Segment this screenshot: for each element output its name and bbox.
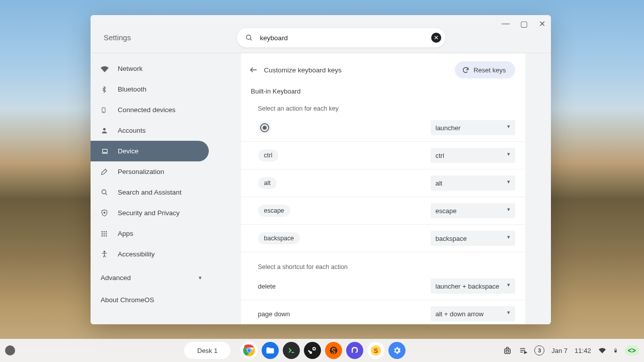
reset-keys-label: Reset keys (473, 66, 506, 74)
svg-point-27 (313, 348, 315, 349)
key-action-dropdown[interactable]: alt (431, 175, 515, 191)
shortcut-label: delete (258, 283, 276, 290)
phone-icon (101, 106, 110, 114)
sidebar-advanced[interactable]: Advanced ▾ (91, 266, 215, 289)
desk-label: Desk 1 (197, 347, 217, 354)
dev-mode-pill[interactable]: <> (625, 345, 639, 355)
key-row-escape: escape escape (241, 197, 525, 225)
key-row-launcher: launcher (241, 114, 525, 142)
sidebar-item-device[interactable]: Device (91, 141, 209, 161)
svg-point-19 (104, 251, 105, 252)
search-icon (101, 189, 110, 196)
search-input[interactable] (259, 34, 431, 42)
shield-icon (101, 209, 110, 217)
key-row-backspace: backspace backspace (241, 225, 525, 252)
shortcut-dropdown[interactable]: launcher + backspace (431, 279, 515, 294)
sidebar-item-label: Connected devices (118, 106, 176, 114)
app-steam[interactable] (304, 342, 321, 359)
bluetooth-icon (101, 85, 110, 94)
key-action-dropdown[interactable]: ctrl (431, 148, 515, 163)
window-controls: — ▢ ✕ (501, 19, 547, 29)
svg-rect-31 (505, 348, 510, 353)
svg-rect-32 (506, 350, 509, 352)
titlebar: — ▢ ✕ Settings ✕ (91, 15, 551, 53)
svg-rect-17 (104, 235, 105, 236)
svg-rect-13 (102, 233, 103, 234)
svg-line-8 (106, 194, 107, 195)
desk-button[interactable]: Desk 1 (184, 342, 230, 359)
svg-rect-18 (106, 235, 107, 236)
sidebar: Network Bluetooth Connected devices Acco… (91, 53, 215, 324)
app-mastodon[interactable] (346, 342, 363, 359)
svg-rect-15 (106, 233, 107, 234)
playlist-icon[interactable] (519, 346, 527, 355)
svg-rect-12 (106, 231, 107, 232)
date: Jan 7 (551, 347, 568, 354)
key-row-ctrl: ctrl ctrl (241, 142, 525, 169)
sidebar-item-network[interactable]: Network (91, 58, 209, 79)
svg-point-4 (103, 128, 106, 131)
launcher-button[interactable] (5, 345, 15, 355)
sidebar-item-connected-devices[interactable]: Connected devices (91, 100, 209, 120)
app-icon-orange[interactable] (325, 342, 342, 359)
sidebar-item-security-privacy[interactable]: Security and Privacy (91, 203, 209, 223)
app-title: Settings (97, 33, 137, 42)
svg-marker-36 (525, 351, 527, 353)
sidebar-item-personalization[interactable]: Personalization (91, 161, 209, 182)
app-terminal[interactable] (283, 342, 300, 359)
svg-rect-5 (103, 149, 107, 152)
sidebar-about-chromeos[interactable]: About ChromeOS (91, 289, 215, 311)
time: 11:42 (575, 347, 591, 354)
hint-shortcut: Select a shortcut for each action (241, 252, 525, 273)
close-button[interactable]: ✕ (537, 19, 547, 29)
shortcut-dropdown[interactable]: alt + down arrow (431, 306, 515, 321)
svg-point-24 (248, 349, 251, 352)
clear-search-icon[interactable]: ✕ (431, 33, 441, 43)
svg-point-7 (102, 190, 106, 194)
hint-action: Select an action for each key (241, 100, 525, 114)
app-files[interactable] (262, 342, 279, 359)
svg-text:S: S (374, 347, 378, 354)
sidebar-item-label: Accounts (118, 127, 146, 134)
svg-point-0 (246, 35, 251, 40)
key-action-dropdown[interactable]: backspace (431, 231, 515, 246)
sidebar-item-search-assistant[interactable]: Search and Assistant (91, 182, 209, 203)
search-icon (245, 34, 253, 42)
wifi-tray-icon[interactable] (598, 347, 606, 354)
app-chrome[interactable] (240, 342, 258, 359)
reset-keys-button[interactable]: Reset keys (455, 61, 515, 78)
svg-rect-10 (102, 231, 103, 232)
sidebar-item-accounts[interactable]: Accounts (91, 120, 209, 141)
accessibility-icon (101, 250, 110, 258)
apps-grid-icon (101, 230, 110, 237)
shortcut-row-page-down: page down alt + down arrow (241, 300, 525, 324)
key-chip: escape (258, 205, 290, 217)
minimize-button[interactable]: — (501, 19, 511, 29)
key-action-dropdown[interactable]: escape (431, 203, 515, 218)
shelf: Desk 1 S 3 (0, 339, 644, 362)
system-tray[interactable]: 3 Jan 7 11:42 <> (503, 345, 639, 355)
key-action-dropdown[interactable]: launcher (431, 120, 515, 135)
sidebar-item-apps[interactable]: Apps (91, 223, 209, 244)
back-button[interactable] (249, 65, 264, 74)
search-field[interactable]: ✕ (236, 28, 446, 48)
app-icon-s[interactable]: S (367, 342, 384, 359)
svg-rect-14 (104, 233, 105, 234)
sidebar-item-label: Accessibility (118, 250, 155, 258)
sidebar-item-label: Network (118, 65, 143, 72)
sidebar-item-bluetooth[interactable]: Bluetooth (91, 79, 209, 100)
battery-tray-icon[interactable] (613, 346, 618, 354)
brush-icon (101, 168, 110, 175)
svg-point-9 (104, 212, 105, 214)
maximize-button[interactable]: ▢ (519, 19, 529, 29)
notification-badge[interactable]: 3 (534, 345, 544, 355)
sidebar-item-label: Search and Assistant (118, 189, 182, 196)
tote-icon[interactable] (503, 346, 512, 355)
svg-rect-11 (104, 231, 105, 232)
sidebar-item-accessibility[interactable]: Accessibility (91, 244, 209, 264)
sidebar-item-label: Apps (118, 230, 133, 237)
app-settings[interactable] (388, 342, 406, 359)
laptop-icon (101, 148, 110, 155)
svg-rect-39 (615, 350, 616, 352)
section-builtin-keyboard: Built-in Keyboard (241, 86, 525, 100)
